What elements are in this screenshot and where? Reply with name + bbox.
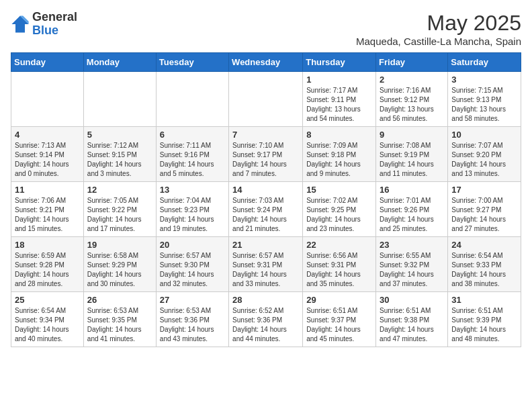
logo-icon bbox=[11, 15, 30, 34]
month-title: May 2025 bbox=[356, 11, 521, 36]
logo-general: General bbox=[32, 11, 77, 24]
week-row-5: 25Sunrise: 6:54 AMSunset: 9:34 PMDayligh… bbox=[11, 292, 521, 347]
day-info: Sunrise: 6:52 AMSunset: 9:36 PMDaylight:… bbox=[232, 306, 299, 344]
day-info: Sunrise: 6:51 AMSunset: 9:39 PMDaylight:… bbox=[451, 306, 517, 344]
day-info: Sunrise: 7:15 AMSunset: 9:13 PMDaylight:… bbox=[451, 86, 517, 124]
day-cell: 18Sunrise: 6:59 AMSunset: 9:28 PMDayligh… bbox=[11, 237, 84, 292]
day-number: 31 bbox=[451, 295, 517, 305]
day-number: 26 bbox=[87, 295, 152, 305]
title-area: May 2025 Maqueda, Castille-La Mancha, Sp… bbox=[356, 11, 521, 47]
day-number: 2 bbox=[380, 75, 444, 85]
day-number: 8 bbox=[306, 130, 372, 140]
logo-blue: Blue bbox=[32, 24, 77, 38]
day-info: Sunrise: 6:57 AMSunset: 9:30 PMDaylight:… bbox=[160, 251, 225, 289]
day-info: Sunrise: 6:54 AMSunset: 9:33 PMDaylight:… bbox=[451, 251, 517, 289]
day-cell bbox=[11, 72, 84, 127]
day-number: 6 bbox=[160, 130, 225, 140]
week-row-1: 1Sunrise: 7:17 AMSunset: 9:11 PMDaylight… bbox=[11, 72, 521, 127]
day-cell: 20Sunrise: 6:57 AMSunset: 9:30 PMDayligh… bbox=[156, 237, 228, 292]
week-row-2: 4Sunrise: 7:13 AMSunset: 9:14 PMDaylight… bbox=[11, 127, 521, 182]
day-number: 1 bbox=[306, 75, 372, 85]
location-title: Maqueda, Castille-La Mancha, Spain bbox=[356, 36, 521, 47]
logo: General Blue bbox=[11, 11, 77, 38]
day-info: Sunrise: 6:55 AMSunset: 9:32 PMDaylight:… bbox=[380, 251, 444, 289]
day-number: 19 bbox=[87, 240, 152, 250]
day-info: Sunrise: 7:00 AMSunset: 9:27 PMDaylight:… bbox=[451, 196, 517, 234]
day-cell: 16Sunrise: 7:01 AMSunset: 9:26 PMDayligh… bbox=[376, 182, 448, 237]
day-cell: 17Sunrise: 7:00 AMSunset: 9:27 PMDayligh… bbox=[448, 182, 521, 237]
day-info: Sunrise: 7:09 AMSunset: 9:18 PMDaylight:… bbox=[306, 141, 372, 179]
weekday-header-row: SundayMondayTuesdayWednesdayThursdayFrid… bbox=[11, 53, 521, 72]
weekday-header-friday: Friday bbox=[376, 53, 448, 72]
day-cell: 30Sunrise: 6:51 AMSunset: 9:38 PMDayligh… bbox=[376, 292, 448, 347]
day-cell: 23Sunrise: 6:55 AMSunset: 9:32 PMDayligh… bbox=[376, 237, 448, 292]
day-cell: 7Sunrise: 7:10 AMSunset: 9:17 PMDaylight… bbox=[229, 127, 303, 182]
week-row-3: 11Sunrise: 7:06 AMSunset: 9:21 PMDayligh… bbox=[11, 182, 521, 237]
day-cell: 8Sunrise: 7:09 AMSunset: 9:18 PMDaylight… bbox=[303, 127, 376, 182]
day-cell bbox=[156, 72, 228, 127]
logo-text: General Blue bbox=[32, 11, 77, 38]
day-info: Sunrise: 6:51 AMSunset: 9:37 PMDaylight:… bbox=[306, 306, 372, 344]
day-info: Sunrise: 7:04 AMSunset: 9:23 PMDaylight:… bbox=[160, 196, 225, 234]
day-info: Sunrise: 6:51 AMSunset: 9:38 PMDaylight:… bbox=[380, 306, 444, 344]
calendar-table: SundayMondayTuesdayWednesdayThursdayFrid… bbox=[11, 52, 521, 347]
day-number: 30 bbox=[380, 295, 444, 305]
day-number: 20 bbox=[160, 240, 225, 250]
day-cell: 22Sunrise: 6:56 AMSunset: 9:31 PMDayligh… bbox=[303, 237, 376, 292]
day-cell bbox=[229, 72, 303, 127]
day-number: 13 bbox=[160, 185, 225, 195]
day-cell: 25Sunrise: 6:54 AMSunset: 9:34 PMDayligh… bbox=[11, 292, 84, 347]
day-info: Sunrise: 7:17 AMSunset: 9:11 PMDaylight:… bbox=[306, 86, 372, 124]
day-number: 5 bbox=[87, 130, 152, 140]
day-number: 11 bbox=[15, 185, 80, 195]
day-cell: 21Sunrise: 6:57 AMSunset: 9:31 PMDayligh… bbox=[229, 237, 303, 292]
day-info: Sunrise: 7:05 AMSunset: 9:22 PMDaylight:… bbox=[87, 196, 152, 234]
day-number: 16 bbox=[380, 185, 444, 195]
day-number: 12 bbox=[87, 185, 152, 195]
day-info: Sunrise: 7:08 AMSunset: 9:19 PMDaylight:… bbox=[380, 141, 444, 179]
day-cell: 14Sunrise: 7:03 AMSunset: 9:24 PMDayligh… bbox=[229, 182, 303, 237]
weekday-header-monday: Monday bbox=[83, 53, 156, 72]
day-number: 14 bbox=[232, 185, 299, 195]
day-cell: 9Sunrise: 7:08 AMSunset: 9:19 PMDaylight… bbox=[376, 127, 448, 182]
day-number: 28 bbox=[232, 295, 299, 305]
svg-marker-0 bbox=[11, 15, 28, 32]
day-cell: 4Sunrise: 7:13 AMSunset: 9:14 PMDaylight… bbox=[11, 127, 84, 182]
day-cell: 12Sunrise: 7:05 AMSunset: 9:22 PMDayligh… bbox=[83, 182, 156, 237]
day-info: Sunrise: 7:10 AMSunset: 9:17 PMDaylight:… bbox=[232, 141, 299, 179]
day-info: Sunrise: 6:53 AMSunset: 9:36 PMDaylight:… bbox=[160, 306, 225, 344]
weekday-header-saturday: Saturday bbox=[448, 53, 521, 72]
page-header: General Blue May 2025 Maqueda, Castille-… bbox=[11, 11, 521, 47]
day-info: Sunrise: 7:16 AMSunset: 9:12 PMDaylight:… bbox=[380, 86, 444, 124]
day-info: Sunrise: 7:01 AMSunset: 9:26 PMDaylight:… bbox=[380, 196, 444, 234]
day-cell bbox=[83, 72, 156, 127]
day-info: Sunrise: 7:06 AMSunset: 9:21 PMDaylight:… bbox=[15, 196, 80, 234]
day-number: 10 bbox=[451, 130, 517, 140]
day-cell: 15Sunrise: 7:02 AMSunset: 9:25 PMDayligh… bbox=[303, 182, 376, 237]
day-cell: 24Sunrise: 6:54 AMSunset: 9:33 PMDayligh… bbox=[448, 237, 521, 292]
weekday-header-sunday: Sunday bbox=[11, 53, 84, 72]
day-number: 24 bbox=[451, 240, 517, 250]
day-info: Sunrise: 7:07 AMSunset: 9:20 PMDaylight:… bbox=[451, 141, 517, 179]
day-info: Sunrise: 6:53 AMSunset: 9:35 PMDaylight:… bbox=[87, 306, 152, 344]
weekday-header-tuesday: Tuesday bbox=[156, 53, 228, 72]
day-cell: 29Sunrise: 6:51 AMSunset: 9:37 PMDayligh… bbox=[303, 292, 376, 347]
day-number: 21 bbox=[232, 240, 299, 250]
day-info: Sunrise: 7:11 AMSunset: 9:16 PMDaylight:… bbox=[160, 141, 225, 179]
day-number: 22 bbox=[306, 240, 372, 250]
day-number: 9 bbox=[380, 130, 444, 140]
day-cell: 3Sunrise: 7:15 AMSunset: 9:13 PMDaylight… bbox=[448, 72, 521, 127]
day-info: Sunrise: 7:13 AMSunset: 9:14 PMDaylight:… bbox=[15, 141, 80, 179]
day-info: Sunrise: 7:12 AMSunset: 9:15 PMDaylight:… bbox=[87, 141, 152, 179]
day-number: 3 bbox=[451, 75, 517, 85]
day-number: 18 bbox=[15, 240, 80, 250]
day-info: Sunrise: 7:03 AMSunset: 9:24 PMDaylight:… bbox=[232, 196, 299, 234]
day-cell: 2Sunrise: 7:16 AMSunset: 9:12 PMDaylight… bbox=[376, 72, 448, 127]
day-number: 4 bbox=[15, 130, 80, 140]
day-number: 23 bbox=[380, 240, 444, 250]
day-cell: 5Sunrise: 7:12 AMSunset: 9:15 PMDaylight… bbox=[83, 127, 156, 182]
weekday-header-wednesday: Wednesday bbox=[229, 53, 303, 72]
day-cell: 26Sunrise: 6:53 AMSunset: 9:35 PMDayligh… bbox=[83, 292, 156, 347]
day-cell: 10Sunrise: 7:07 AMSunset: 9:20 PMDayligh… bbox=[448, 127, 521, 182]
day-cell: 1Sunrise: 7:17 AMSunset: 9:11 PMDaylight… bbox=[303, 72, 376, 127]
